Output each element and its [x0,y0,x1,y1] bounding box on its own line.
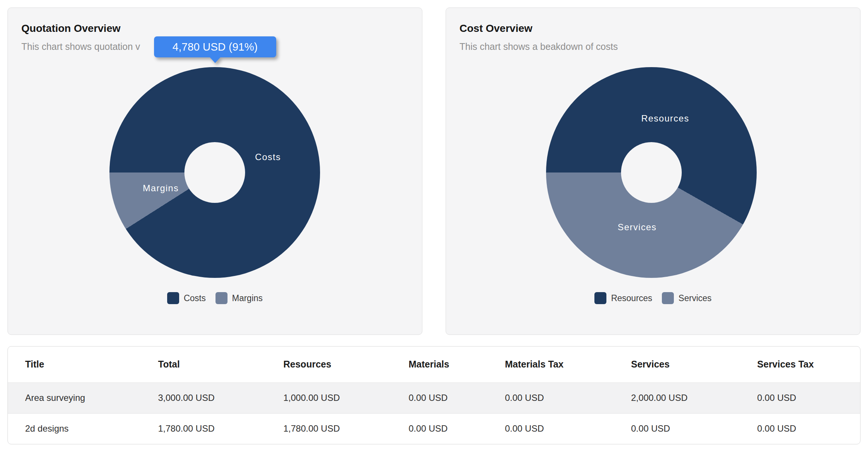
legend-swatch-icon [594,292,606,304]
table-cell: 0.00 USD [391,413,488,444]
column-header: Total [141,346,266,382]
column-header: Materials [391,346,488,382]
cost-legend: ResourcesServices [446,292,860,304]
quotation-table: TitleTotalResourcesMaterialsMaterials Ta… [8,346,860,444]
table-row[interactable]: 2d designs1,780.00 USD1,780.00 USD0.00 U… [8,413,860,444]
table-cell: 2d designs [8,413,141,444]
table-body: Area surveying3,000.00 USD1,000.00 USD0.… [8,382,860,444]
legend-swatch-icon [167,292,179,304]
column-header: Services [614,346,740,382]
tooltip-text: 4,780 USD (91%) [172,41,257,53]
legend-swatch-icon [216,292,227,304]
table-cell: 0.00 USD [740,382,860,413]
table-cell: 2,000.00 USD [614,382,740,413]
table-cell: 0.00 USD [488,382,614,413]
quotation-donut-chart[interactable]: Costs Margins [109,67,320,278]
quotation-legend: CostsMargins [8,292,422,304]
cost-donut-chart[interactable]: Resources Services [546,67,757,278]
table-cell: 1,000.00 USD [266,382,391,413]
card-title: Cost Overview [459,22,533,35]
column-header: Services Tax [740,346,860,382]
slice-label-services: Services [618,222,657,232]
table-cell: 0.00 USD [740,413,860,444]
slice-label-resources: Resources [641,113,689,124]
tooltip-arrow-icon [210,57,220,63]
legend-label: Resources [611,293,652,303]
table-cell: 0.00 USD [614,413,740,444]
legend-item-costs[interactable]: Costs [167,292,206,304]
legend-item-services[interactable]: Services [662,292,711,304]
table-cell: 3,000.00 USD [141,382,266,413]
table-cell: 0.00 USD [488,413,614,444]
table-cell: 1,780.00 USD [266,413,391,444]
legend-label: Costs [184,293,206,303]
column-header: Title [8,346,141,382]
quotation-overview-card: Quotation Overview This chart shows quot… [7,8,422,335]
legend-label: Margins [232,293,263,303]
slice-label-costs: Costs [255,152,281,162]
cost-overview-card: Cost Overview This chart shows a beakdow… [446,8,861,335]
slice-label-margins: Margins [143,183,179,194]
table-header-row: TitleTotalResourcesMaterialsMaterials Ta… [8,346,860,382]
column-header: Resources [266,346,391,382]
table-cell: 1,780.00 USD [141,413,266,444]
column-header: Materials Tax [488,346,614,382]
legend-label: Services [678,293,711,303]
quotation-table-container: TitleTotalResourcesMaterialsMaterials Ta… [7,346,861,444]
card-subtitle: This chart shows a beakdown of costs [459,41,618,52]
legend-item-resources[interactable]: Resources [594,292,652,304]
chart-tooltip: 4,780 USD (91%) [154,36,276,57]
legend-swatch-icon [662,292,674,304]
table-cell: 0.00 USD [391,382,488,413]
card-subtitle: This chart shows quotation v [21,41,140,52]
charts-row: Quotation Overview This chart shows quot… [0,0,868,335]
card-title: Quotation Overview [21,22,121,35]
table-row[interactable]: Area surveying3,000.00 USD1,000.00 USD0.… [8,382,860,413]
table-cell: Area surveying [8,382,141,413]
legend-item-margins[interactable]: Margins [216,292,263,304]
